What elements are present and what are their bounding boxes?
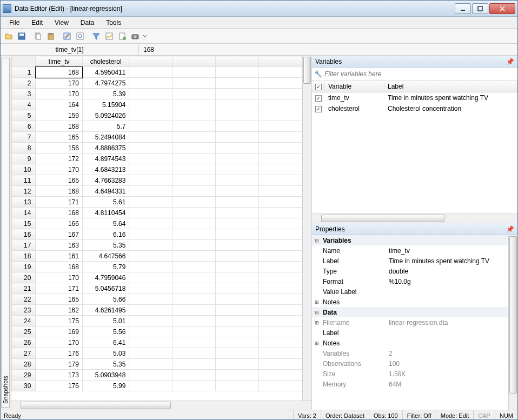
cell-time_tv[interactable]: 165 xyxy=(36,132,83,143)
cell-cholesterol[interactable]: 4.6494331 xyxy=(82,186,129,197)
cell-cholesterol[interactable]: 4.5950411 xyxy=(82,67,129,78)
row-header[interactable]: 6 xyxy=(12,121,36,132)
table-row[interactable]: 26 170 6.41 xyxy=(12,337,302,348)
props-value[interactable]: %10.0g xyxy=(387,278,508,285)
cell-time_tv[interactable]: 163 xyxy=(36,240,83,251)
open-icon[interactable] xyxy=(3,30,15,42)
row-header[interactable]: 20 xyxy=(12,272,36,283)
cell-cholesterol[interactable]: 5.61 xyxy=(82,197,129,208)
maximize-button[interactable] xyxy=(472,3,488,14)
props-value[interactable]: double xyxy=(387,268,508,275)
table-row[interactable]: 13 171 5.61 xyxy=(12,197,302,208)
table-row[interactable]: 12 168 4.6494331 xyxy=(12,186,302,197)
row-header[interactable]: 28 xyxy=(12,359,36,370)
cell-time_tv[interactable]: 170 xyxy=(36,272,83,283)
row-header[interactable]: 8 xyxy=(12,143,36,154)
column-header-time_tv[interactable]: time_tv xyxy=(36,56,83,67)
checkbox-icon[interactable]: ✓ xyxy=(315,106,322,112)
cell-cholesterol[interactable]: 5.39 xyxy=(82,89,129,99)
cell-cholesterol[interactable]: 5.56 xyxy=(82,326,129,337)
row-header[interactable]: 12 xyxy=(12,186,36,197)
table-row[interactable]: 10 170 4.6843213 xyxy=(12,164,302,175)
props-row-label[interactable]: Label Time in minutes spent watching TV xyxy=(312,256,508,266)
cell-time_tv[interactable]: 161 xyxy=(36,251,83,262)
row-header[interactable]: 29 xyxy=(12,370,36,381)
collapse-icon[interactable]: ⊟ xyxy=(312,310,322,315)
table-row[interactable]: 6 168 5.7 xyxy=(12,121,302,132)
table-row[interactable]: 21 171 5.0456718 xyxy=(12,283,302,294)
variables-filter-input[interactable] xyxy=(324,70,515,78)
table-row[interactable]: 8 156 4.8886375 xyxy=(12,143,302,154)
props-row-name[interactable]: Name time_tv xyxy=(312,245,508,256)
cell-time_tv[interactable]: 168 xyxy=(36,186,83,197)
row-header[interactable]: 1 xyxy=(12,67,36,78)
table-row[interactable]: 29 173 5.0903948 xyxy=(12,370,302,381)
check-all-icon[interactable]: ✓ xyxy=(315,84,322,90)
edit-mode-icon[interactable] xyxy=(61,30,73,42)
variables-horizontal-scrollbar[interactable] xyxy=(312,214,517,223)
cell-time_tv[interactable]: 170 xyxy=(36,89,83,99)
save-icon[interactable] xyxy=(16,30,28,42)
cell-cholesterol[interactable]: 6.16 xyxy=(82,229,129,240)
row-header[interactable]: 15 xyxy=(12,218,36,229)
row-header[interactable]: 11 xyxy=(12,175,36,186)
cell-time_tv[interactable]: 170 xyxy=(36,164,83,175)
variable-row-time_tv[interactable]: ✓ time_tv Time in minutes spent watching… xyxy=(312,92,517,103)
menu-view[interactable]: View xyxy=(49,18,74,28)
paste-icon[interactable] xyxy=(45,30,57,42)
cell-cholesterol[interactable]: 6.41 xyxy=(82,337,129,348)
table-row[interactable]: 14 168 4.8110454 xyxy=(12,208,302,218)
table-row[interactable]: 2 170 4.7974275 xyxy=(12,78,302,89)
data-grid[interactable]: time_tvcholesterol 1 168 4.5950411 2 170… xyxy=(11,56,302,401)
cell-cholesterol[interactable]: 4.7959046 xyxy=(82,272,129,283)
cell-cholesterol[interactable]: 4.6261495 xyxy=(82,305,129,316)
cell-cholesterol[interactable]: 4.7663283 xyxy=(82,175,129,186)
props-value[interactable]: 100 xyxy=(387,360,508,368)
close-button[interactable] xyxy=(489,3,515,14)
cell-cholesterol[interactable]: 4.7974275 xyxy=(82,78,129,89)
props-row-format[interactable]: Format %10.0g xyxy=(312,276,508,286)
props-row-filename[interactable]: ⊞ Filename linear-regression.dta xyxy=(312,317,508,328)
wrench-icon[interactable]: 🔧 xyxy=(314,70,322,78)
row-header[interactable]: 9 xyxy=(12,154,36,164)
props-value[interactable]: 2 xyxy=(387,350,508,357)
table-row[interactable]: 15 166 5.64 xyxy=(12,218,302,229)
expand-icon[interactable]: ⊞ xyxy=(312,341,322,346)
cell-time_tv[interactable]: 170 xyxy=(36,337,83,348)
row-header[interactable]: 30 xyxy=(12,381,36,391)
column-header-cholesterol[interactable]: cholesterol xyxy=(82,56,129,67)
collapse-icon[interactable]: ⊟ xyxy=(312,238,322,243)
row-header[interactable]: 16 xyxy=(12,229,36,240)
cell-cholesterol[interactable]: 5.7 xyxy=(82,121,129,132)
cell-reference[interactable]: time_tv[1] xyxy=(1,45,139,55)
row-header[interactable]: 27 xyxy=(12,348,36,359)
row-header[interactable]: 24 xyxy=(12,316,36,326)
cell-cholesterol[interactable]: 5.35 xyxy=(82,240,129,251)
row-header[interactable]: 14 xyxy=(12,208,36,218)
table-row[interactable]: 4 164 5.15904 xyxy=(12,99,302,110)
row-header[interactable]: 17 xyxy=(12,240,36,251)
menu-tools[interactable]: Tools xyxy=(101,18,127,28)
variables-manager-icon[interactable] xyxy=(103,30,115,42)
props-value[interactable]: time_tv xyxy=(387,247,508,255)
table-row[interactable]: 20 170 4.7959046 xyxy=(12,272,302,283)
pin-icon[interactable]: 📌 xyxy=(506,225,514,233)
row-header[interactable]: 26 xyxy=(12,337,36,348)
row-header[interactable]: 18 xyxy=(12,251,36,262)
cell-cholesterol[interactable]: 4.6843213 xyxy=(82,164,129,175)
row-header[interactable]: 5 xyxy=(12,110,36,121)
props-row-memory[interactable]: Memory 64M xyxy=(312,379,508,389)
minimize-button[interactable] xyxy=(455,3,471,14)
table-row[interactable]: 30 176 5.99 xyxy=(12,381,302,391)
table-row[interactable]: 7 165 5.2494084 xyxy=(12,132,302,143)
cell-cholesterol[interactable]: 4.8974543 xyxy=(82,154,129,164)
props-value[interactable]: 64M xyxy=(387,381,508,388)
cell-cholesterol[interactable]: 5.03 xyxy=(82,348,129,359)
toolbar-dropdown-icon[interactable] xyxy=(142,30,148,42)
row-header[interactable]: 13 xyxy=(12,197,36,208)
props-row-variables[interactable]: Variables 2 xyxy=(312,348,508,358)
table-row[interactable]: 17 163 5.35 xyxy=(12,240,302,251)
filter-icon[interactable] xyxy=(90,30,102,42)
cell-cholesterol[interactable]: 4.8110454 xyxy=(82,208,129,218)
copy-icon[interactable] xyxy=(32,30,44,42)
